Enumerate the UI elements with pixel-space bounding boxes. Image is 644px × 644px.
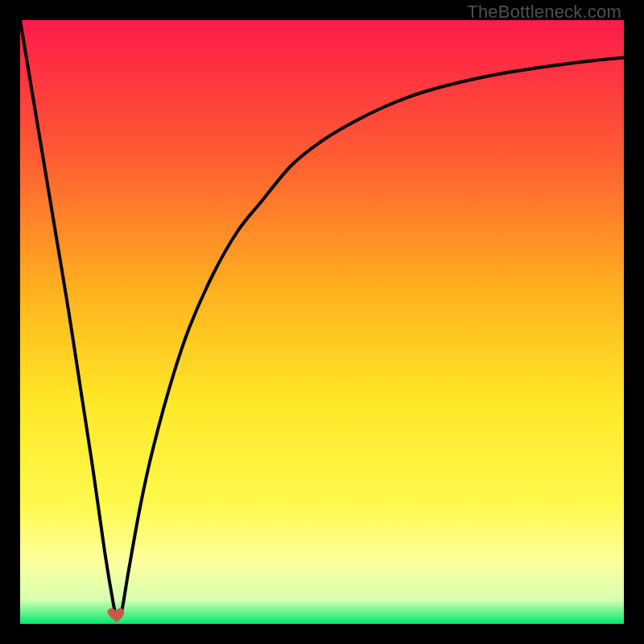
heart-icon <box>106 604 127 625</box>
chart-frame: TheBottleneck.com <box>0 0 644 644</box>
plot-area <box>20 20 624 624</box>
bottleneck-curve <box>20 20 624 624</box>
